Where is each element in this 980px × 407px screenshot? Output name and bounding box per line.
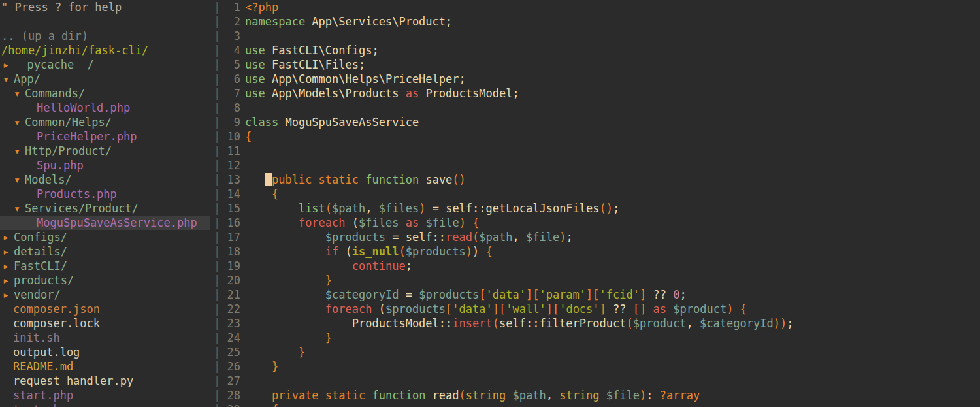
code-token: ][ (526, 288, 539, 301)
code-line-21[interactable]: |21 $categoryId = $products['data']['par… (210, 287, 980, 302)
tree-item-file[interactable]: Spu.php (0, 158, 210, 172)
code-line-26[interactable]: |26 } (210, 359, 980, 374)
line-number: 13 (224, 172, 240, 187)
code-line-17[interactable]: |17 $products = self::read($path, $file)… (210, 230, 980, 244)
code-token: ) (559, 231, 566, 244)
code-line-28[interactable]: |28 private static function read(string … (210, 388, 980, 402)
tree-item-file[interactable]: HelloWorld.php (0, 101, 210, 115)
code-line-20[interactable]: |20 } (210, 273, 980, 287)
window-separator: | (210, 388, 224, 402)
tree-item-file[interactable]: start.php (0, 388, 210, 402)
code-line-6[interactable]: |6use App\Common\Helps\PriceHelper; (210, 72, 980, 86)
window-separator: | (210, 402, 224, 407)
code-token: : (646, 389, 659, 402)
code-line-29[interactable]: |29 { (210, 402, 980, 407)
tree-item-dir[interactable]: ▾Services/Product/ (0, 201, 210, 216)
tree-arrow-collapsed-icon[interactable]: ▸ (3, 244, 14, 259)
line-number: 11 (224, 144, 240, 158)
tree-arrow-collapsed-icon[interactable]: ▸ (3, 230, 14, 244)
tree-up-dir[interactable]: .. (up a dir) (0, 29, 210, 43)
window-separator: | (210, 216, 224, 230)
code-line-27[interactable]: |27 (210, 374, 980, 388)
code-token: [ (446, 302, 452, 316)
code-line-24[interactable]: |24 } (210, 331, 980, 345)
code-line-1[interactable]: |1<?php (210, 0, 980, 14)
tree-item-file[interactable]: composer.lock (0, 316, 210, 331)
code-line-22[interactable]: |22 foreach ($products['data']['wall']['… (210, 302, 980, 316)
code-token: ] (640, 288, 646, 301)
tree-item-dir[interactable]: ▸products/ (0, 273, 210, 287)
code-line-13[interactable]: |13 public static function save() (210, 172, 980, 187)
tree-arrow-expanded-icon[interactable]: ▾ (3, 72, 14, 86)
code-line-8[interactable]: |8 (210, 101, 980, 115)
tree-item-file[interactable]: MoguSpuSaveAsService.php (0, 216, 210, 230)
code-token (245, 331, 325, 344)
code-line-16[interactable]: |16 foreach ($files as $file) { (210, 216, 980, 230)
tree-arrow-collapsed-icon[interactable]: ▸ (3, 273, 14, 287)
code-token (245, 360, 272, 373)
tree-item-label: start.php (13, 389, 73, 402)
code-token: read (425, 389, 459, 402)
tree-arrow-collapsed-icon[interactable]: ▸ (3, 259, 14, 273)
window-separator: | (210, 331, 224, 345)
tree-item-file[interactable]: init.sh (0, 331, 210, 345)
code-line-3[interactable]: |3 (210, 29, 980, 43)
code-token: $path (513, 389, 546, 402)
tree-item-file[interactable]: output.log (0, 345, 210, 359)
code-token (245, 216, 299, 229)
tree-arrow-expanded-icon[interactable]: ▾ (14, 201, 25, 216)
code-line-18[interactable]: |18 if (is_null($products)) { (210, 244, 980, 259)
code-line-14[interactable]: |14 { (210, 187, 980, 201)
code-line-7[interactable]: |7use App\Models\Products as ProductsMod… (210, 86, 980, 101)
code-line-23[interactable]: |23 ProductsModel::insert(self::filterPr… (210, 316, 980, 331)
tree-arrow-expanded-icon[interactable]: ▾ (14, 172, 25, 187)
tree-arrow-expanded-icon[interactable]: ▾ (14, 115, 25, 129)
code-token: $products (385, 302, 446, 316)
tree-item-label: vendor/ (14, 288, 61, 301)
tree-arrow-expanded-icon[interactable]: ▾ (14, 144, 25, 158)
window-separator: | (210, 115, 224, 129)
code-text: use FastCLI\Files; (240, 58, 365, 71)
code-line-9[interactable]: |9class MoguSpuSaveAsService (210, 115, 980, 129)
tree-item-file[interactable]: Products.php (0, 187, 210, 201)
code-line-12[interactable]: |12 (210, 158, 980, 172)
code-line-5[interactable]: |5use FastCLI\Files; (210, 57, 980, 72)
code-text: } (240, 331, 332, 344)
tree-arrow-collapsed-icon[interactable]: ▸ (3, 287, 14, 302)
tree-item-dir[interactable]: ▸FastCLI/ (0, 259, 210, 273)
tree-item-dir[interactable]: ▸Configs/ (0, 230, 210, 244)
tree-arrow-collapsed-icon[interactable]: ▸ (3, 57, 14, 72)
code-token: ; (613, 202, 619, 215)
line-number: 7 (224, 86, 240, 101)
tree-item-dir[interactable]: ▾Common/Helps/ (0, 115, 210, 129)
vim-window: " Press ? for help.. (up a dir)/home/jin… (0, 0, 980, 407)
tree-arrow-expanded-icon[interactable]: ▾ (14, 86, 25, 101)
tree-item-dir[interactable]: ▸details/ (0, 244, 210, 259)
tree-item-dir[interactable]: ▸__pycache__/ (0, 57, 210, 72)
tree-item-file[interactable]: test.php (0, 402, 210, 407)
code-token: ( (325, 202, 332, 215)
code-line-19[interactable]: |19 continue; (210, 259, 980, 273)
tree-item-file[interactable]: README.md (0, 359, 210, 374)
code-token: ) (640, 389, 646, 402)
tree-item-dir[interactable]: ▾Commands/ (0, 86, 210, 101)
tree-item-file[interactable]: PriceHelper.php (0, 129, 210, 144)
tree-item-dir[interactable]: ▾App/ (0, 72, 210, 86)
code-token: ( (372, 302, 385, 316)
code-line-10[interactable]: |10{ (210, 129, 980, 144)
tree-item-file[interactable]: request_handler.py (0, 374, 210, 388)
tree-item-dir[interactable]: ▾Models/ (0, 172, 210, 187)
tree-item-dir[interactable]: ▾Http/Product/ (0, 144, 210, 158)
tree-item-file[interactable]: composer.json (0, 302, 210, 316)
tree-item-label: Products.php (37, 187, 117, 201)
code-line-2[interactable]: |2namespace App\Services\Product; (210, 14, 980, 29)
window-separator: | (210, 244, 224, 259)
code-line-25[interactable]: |25 } (210, 345, 980, 359)
code-token: $path (332, 202, 365, 215)
code-token: $products (325, 231, 385, 244)
tree-item-dir[interactable]: ▸vendor/ (0, 287, 210, 302)
code-text: } (240, 360, 278, 373)
code-line-11[interactable]: |11 (210, 144, 980, 158)
code-line-4[interactable]: |4use FastCLI\Configs; (210, 43, 980, 57)
code-line-15[interactable]: |15 list($path, $files) = self::getLocal… (210, 201, 980, 216)
